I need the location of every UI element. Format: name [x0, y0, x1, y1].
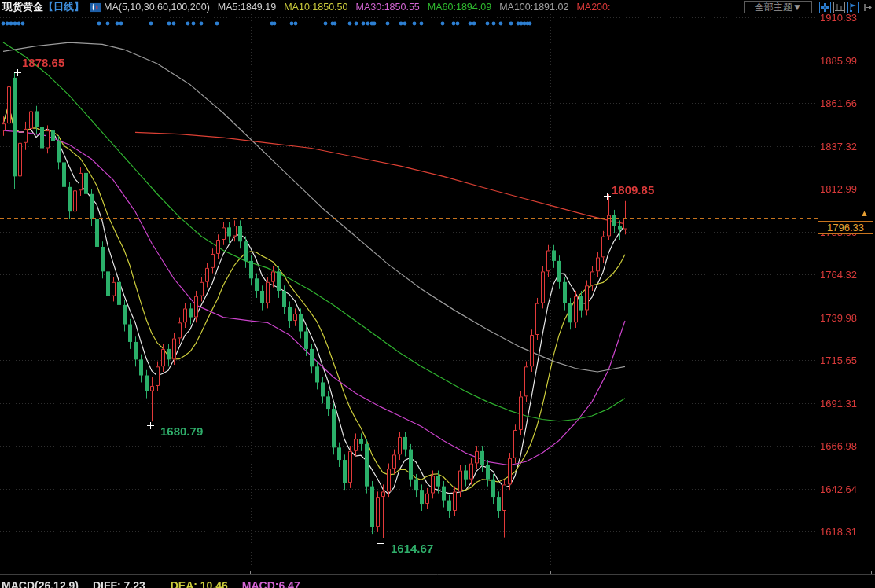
axis-label: 1691.31	[820, 398, 857, 410]
axis-label: 1642.64	[820, 483, 857, 495]
candlestick-chart-canvas[interactable]	[0, 0, 875, 588]
axis-label: 1861.66	[820, 97, 857, 109]
annotation-swing-low: 1614.67	[391, 542, 433, 555]
legend-item: MA60:1894.09	[428, 2, 491, 13]
kline-icon	[90, 2, 101, 13]
macd-dea-value: DEA: 10.46	[171, 579, 228, 588]
legend-item: MA10:1850.50	[284, 2, 347, 13]
period-label[interactable]: 【日线】	[43, 0, 84, 14]
instrument-title: 现货黄金	[2, 0, 43, 14]
legend-item: MA200:	[576, 2, 610, 13]
legend-item: MA5:1849.19	[218, 2, 276, 13]
macd-value: MACD:6.47	[242, 579, 300, 588]
theme-dropdown[interactable]: 全部主题▼	[744, 1, 812, 13]
annotation-swing-high: 1809.85	[612, 183, 654, 197]
top-bar: 现货黄金 【日线】 MA(5,10,30,60,100,200) MA5:184…	[0, 0, 875, 14]
ma-legend: MA5:1849.19MA10:1850.50MA30:1850.55MA60:…	[218, 2, 619, 13]
axis-label: 1885.99	[820, 55, 857, 67]
legend-item: MA30:1850.55	[356, 2, 420, 13]
last-price-tag: 1796.33	[818, 221, 873, 234]
toolbar: 全部主题▼	[744, 1, 873, 13]
annotation-swing-high: 1878.65	[22, 56, 64, 69]
axis-label: 1618.31	[820, 526, 857, 538]
collapse-panel-icon[interactable]	[862, 2, 873, 13]
chart-window: { "header": { "title": "现货黄金", "period":…	[0, 0, 875, 588]
axis-label: 1837.32	[820, 141, 857, 153]
axis-label: 1812.99	[820, 183, 857, 195]
axis-label: 1666.98	[820, 440, 857, 452]
flag-annotation-icon[interactable]	[847, 2, 859, 13]
annotation-swing-low: 1680.79	[160, 424, 203, 438]
ma-settings-label: MA(5,10,30,60,100,200)	[104, 2, 210, 13]
macd-status-row: MACD(26,12,9) DIFF: 7.23 DEA: 10.46 MACD…	[2, 579, 311, 588]
axis-label: 1764.32	[820, 269, 857, 281]
macd-params-diff: MACD(26,12,9) DIFF: 7.23	[2, 579, 156, 588]
legend-item: MA100:1891.02	[499, 2, 568, 13]
axis-label: 1715.65	[820, 355, 857, 366]
price-up-arrow-icon: ▲	[860, 208, 869, 218]
indicator-panel-icon[interactable]	[833, 2, 845, 13]
grid-add-icon[interactable]	[819, 2, 831, 13]
axis-label: 1739.98	[820, 312, 857, 324]
